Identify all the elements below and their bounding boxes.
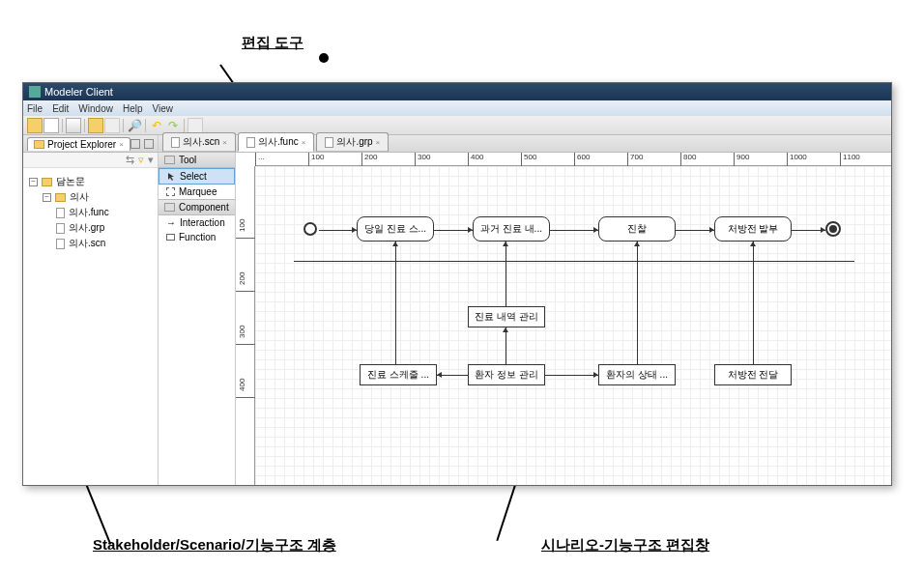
marquee-icon [166, 187, 175, 196]
arrowhead-icon [593, 227, 598, 233]
menu-edit[interactable]: Edit [52, 103, 69, 114]
editor-area: 의사.scn × 의사.func × 의사.grp × [159, 135, 891, 485]
edge[interactable] [434, 230, 473, 231]
ruler-tick: 300 [238, 326, 246, 338]
toolbar-separator [123, 119, 124, 132]
file-icon [171, 137, 180, 148]
tool-icon[interactable] [104, 118, 120, 133]
menu-file[interactable]: File [27, 103, 43, 114]
start-node[interactable] [303, 222, 317, 236]
folder-icon [34, 140, 44, 149]
collapse-icon[interactable]: ▿ [138, 154, 144, 166]
arrowhead-icon [468, 227, 473, 233]
palette-interaction-label: Interaction [180, 217, 225, 228]
edge[interactable] [753, 242, 754, 364]
search-icon[interactable]: 🔎 [127, 118, 142, 133]
tree-file[interactable]: 의사.grp [56, 220, 152, 236]
tree-root-label: 담논문 [56, 175, 85, 188]
zoom-icon[interactable] [188, 118, 203, 133]
palette-interaction[interactable]: → Interaction [159, 215, 235, 230]
arrowhead-icon [503, 327, 508, 332]
editor-tab-label: 의사.func [258, 135, 299, 149]
ruler-horizontal: ... 100 200 300 400 500 600 700 800 900 … [255, 153, 891, 166]
edge[interactable] [505, 242, 506, 306]
undo-icon[interactable]: ↶ [149, 118, 164, 133]
edge[interactable] [505, 327, 506, 364]
interaction-icon: → [166, 217, 176, 228]
ruler-tick: 100 [311, 153, 324, 161]
tree-file[interactable]: 의사.func [56, 205, 152, 220]
maximize-icon[interactable] [144, 139, 154, 149]
app-window: Modeler Client File Edit Window Help Vie… [22, 82, 892, 486]
file-icon [56, 208, 65, 218]
menu-window[interactable]: Window [78, 103, 113, 114]
close-icon[interactable]: × [119, 140, 124, 149]
app-title: Modeler Client [44, 86, 113, 98]
close-icon[interactable]: × [222, 138, 227, 147]
scenario-node[interactable]: 당일 진료 스... [357, 216, 434, 242]
edge[interactable] [545, 375, 598, 376]
title-bar: Modeler Client [23, 83, 891, 100]
scenario-node[interactable]: 과거 진료 내... [473, 216, 550, 242]
editor-tab-label: 의사.scn [183, 135, 219, 149]
new-icon[interactable] [27, 118, 43, 133]
menu-icon[interactable]: ▾ [148, 154, 154, 166]
function-node[interactable]: 환자의 상태 ... [598, 364, 676, 385]
close-icon[interactable]: × [376, 138, 381, 147]
diagram-canvas[interactable]: ... 100 200 300 400 500 600 700 800 900 … [236, 153, 891, 485]
menu-view[interactable]: View [153, 103, 174, 114]
palette-function[interactable]: Function [159, 230, 235, 244]
link-icon[interactable]: ⇆ [126, 154, 134, 166]
ruler-tick: 400 [471, 153, 483, 161]
editor-tab-grp[interactable]: 의사.grp × [316, 132, 389, 152]
edge[interactable] [676, 230, 714, 231]
end-node[interactable] [825, 221, 841, 237]
print-icon[interactable] [66, 118, 81, 133]
function-node[interactable]: 진료 내역 관리 [468, 306, 545, 327]
scenario-node[interactable]: 진찰 [598, 216, 676, 242]
main-toolbar: 🔎 ↶ ↷ [23, 116, 891, 135]
tree-file[interactable]: 의사.scn [56, 236, 152, 251]
arrowhead-icon [634, 242, 640, 246]
tree-folder[interactable]: − 의사 [43, 189, 152, 205]
arrowhead-icon [437, 372, 442, 378]
palette-select-label: Select [180, 171, 207, 182]
redo-icon[interactable]: ↷ [165, 118, 181, 133]
explorer-toolbar: ⇆ ▿ ▾ [23, 153, 158, 168]
palette-tool-header[interactable]: Tool [159, 153, 235, 168]
editor-tab-bar: 의사.scn × 의사.func × 의사.grp × [159, 135, 891, 153]
separator-line [294, 261, 854, 262]
function-node[interactable]: 환자 정보 관리 [468, 364, 545, 385]
explorer-tab[interactable]: Project Explorer × [27, 137, 130, 151]
expand-icon[interactable]: − [43, 193, 51, 202]
tree-file-label: 의사.func [69, 206, 109, 219]
save-icon[interactable] [43, 118, 59, 133]
function-node[interactable]: 처방전 전달 [714, 364, 792, 385]
arrowhead-icon [709, 227, 714, 233]
toolbar-separator [84, 119, 85, 132]
minimize-icon[interactable] [130, 139, 140, 149]
palette-select[interactable]: Select [159, 168, 235, 185]
editor-tab-scn[interactable]: 의사.scn × [162, 132, 236, 152]
edge[interactable] [395, 242, 396, 364]
function-node[interactable]: 진료 스케줄 ... [360, 364, 437, 385]
ruler-tick: 700 [630, 153, 643, 161]
menu-help[interactable]: Help [123, 103, 143, 114]
open-icon[interactable] [88, 118, 103, 133]
close-icon[interactable]: × [302, 138, 306, 147]
expand-icon[interactable]: − [29, 178, 38, 186]
editor-tab-label: 의사.grp [336, 135, 372, 149]
ruler-tick: 600 [577, 153, 590, 161]
edge[interactable] [550, 230, 598, 231]
edge[interactable] [637, 242, 638, 364]
arrowhead-icon [593, 372, 598, 378]
drawer-icon [164, 203, 175, 212]
scenario-node[interactable]: 처방전 발부 [714, 216, 792, 242]
ruler-tick: 200 [364, 153, 377, 161]
palette-marquee[interactable]: Marquee [159, 185, 235, 199]
tree-root[interactable]: − 담논문 [29, 174, 152, 189]
explorer-tab-label: Project Explorer [47, 139, 116, 150]
palette-component-header[interactable]: Component [159, 199, 235, 215]
palette-function-label: Function [179, 232, 216, 242]
editor-tab-func[interactable]: 의사.func × [238, 132, 314, 152]
